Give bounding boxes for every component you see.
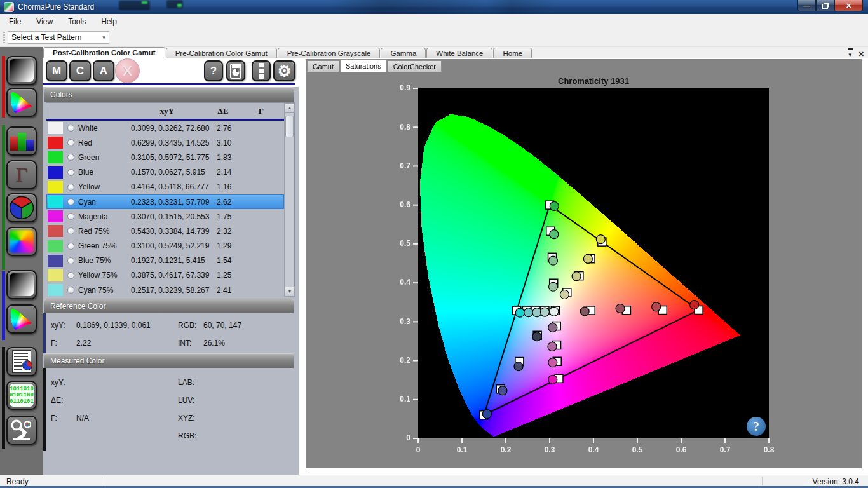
chart-help-button[interactable]: ? — [747, 417, 766, 436]
color-name: Blue — [78, 168, 93, 177]
sidebar-item-grayscale-ramp-pattern-2[interactable] — [6, 270, 37, 299]
measurement-panel: MCA X ? ⚙ Colors — [43, 58, 299, 475]
tab-gamma[interactable]: Gamma — [381, 48, 426, 58]
table-row-red[interactable]: Red0.6299, 0.3435, 14.5253.10 — [46, 135, 284, 150]
tab-pre-calibration-color-gamut[interactable]: Pre-Calibration Color Gamut — [166, 48, 277, 58]
table-row-magenta[interactable]: Magenta0.3070, 0.1515, 20.5531.75 — [46, 209, 284, 224]
table-row-white[interactable]: White0.3099, 0.3262, 72.6802.76 — [46, 121, 284, 135]
table-row-red-75-[interactable]: Red 75%0.5430, 0.3384, 14.7392.32 — [46, 224, 284, 238]
tab-home[interactable]: Home — [493, 48, 532, 58]
color-swatch — [48, 269, 63, 281]
color-swatch — [48, 122, 63, 134]
color-radio[interactable] — [67, 227, 74, 234]
chart-panel: GamutSaturationsColorChecker ? — [299, 58, 868, 475]
color-swatch — [48, 284, 63, 296]
sidebar-item-rgb-levels-pattern[interactable] — [6, 126, 37, 156]
table-row-yellow-75-[interactable]: Yellow 75%0.3875, 0.4617, 67.3391.25 — [46, 268, 284, 283]
color-radio[interactable] — [67, 125, 74, 132]
column-header-xyY[interactable]: xyY — [148, 106, 186, 116]
scrollbar-thumb[interactable] — [285, 116, 294, 137]
sidebar-item-meter[interactable] — [6, 416, 37, 445]
color-xyY-value: 0.3105, 0.5972, 51.775 — [131, 153, 209, 162]
status-bar: Ready Version: 3.0.4 — [0, 475, 868, 488]
color-radio[interactable] — [67, 139, 74, 146]
color-swatch — [48, 255, 63, 267]
color-radio[interactable] — [67, 257, 74, 264]
color-name: Blue 75% — [78, 256, 111, 265]
table-row-green-75-[interactable]: Green 75%0.3100, 0.5249, 52.2191.29 — [46, 239, 284, 254]
color-name: White — [78, 124, 98, 133]
color-dE-value: 1.75 — [217, 212, 231, 221]
table-row-green[interactable]: Green0.3105, 0.5972, 51.7751.83 — [46, 150, 284, 165]
color-radio[interactable] — [67, 169, 74, 176]
cancel-button[interactable]: X — [115, 58, 140, 83]
color-radio[interactable] — [67, 213, 74, 220]
color-swatch — [48, 196, 63, 208]
color-radio[interactable] — [67, 154, 74, 161]
measured-accent-bar — [43, 368, 46, 451]
table-scrollbar[interactable]: ▲ ▼ — [284, 103, 294, 297]
field-value: 26.1% — [203, 339, 225, 348]
color-radio[interactable] — [67, 287, 74, 294]
color-radio[interactable] — [67, 243, 74, 250]
column-header-dE[interactable]: ΔE — [208, 106, 238, 116]
close-button[interactable]: ✕ — [834, 0, 863, 11]
mini-toolbar: MCA X ? ⚙ — [43, 58, 299, 87]
meter-reading-button[interactable] — [226, 60, 245, 81]
subtab-gamut[interactable]: Gamut — [307, 60, 339, 72]
c-mode-button[interactable]: C — [69, 60, 91, 81]
pattern-group-indicator-black — [2, 347, 5, 449]
sidebar-item-grayscale-ramp-pattern[interactable] — [6, 56, 37, 85]
color-name: Green 75% — [78, 241, 117, 250]
color-dE-value: 2.14 — [217, 168, 231, 177]
sidebar-item-gamma-pattern[interactable]: Γ — [6, 160, 37, 189]
color-swatch — [48, 181, 63, 193]
sidebar-item-color-gamut-pattern[interactable] — [6, 88, 37, 117]
table-row-yellow[interactable]: Yellow0.4164, 0.5118, 66.7771.16 — [46, 180, 284, 194]
table-row-cyan-75-[interactable]: Cyan 75%0.2517, 0.3239, 58.2672.41 — [46, 283, 284, 297]
scroll-down-icon: ▼ — [288, 289, 292, 294]
table-row-blue-75-[interactable]: Blue 75%0.1927, 0.1231, 5.4151.54 — [46, 254, 284, 268]
subtab-colorchecker[interactable]: ColorChecker — [388, 60, 442, 72]
toolbar-grip[interactable] — [3, 32, 5, 43]
settings-button[interactable]: ⚙ — [273, 60, 295, 81]
restore-button[interactable] — [816, 0, 834, 11]
sidebar-item-report[interactable] — [6, 347, 37, 376]
subtab-saturations[interactable]: Saturations — [340, 59, 387, 72]
color-radio[interactable] — [67, 198, 74, 205]
color-xyY-value: 0.3100, 0.5249, 52.219 — [131, 241, 209, 250]
color-radio[interactable] — [67, 184, 74, 191]
tab-post-calibration-color-gamut[interactable]: Post-Calibration Color Gamut — [43, 47, 165, 58]
titlebar-reflection — [119, 1, 150, 10]
minimize-button[interactable]: — — [797, 0, 816, 11]
table-row-blue[interactable]: Blue0.1570, 0.0627, 5.9152.14 — [46, 165, 284, 180]
scroll-down-button[interactable]: ▼ — [285, 287, 295, 297]
help-toolbar-button[interactable]: ? — [204, 60, 223, 81]
pattern-sidebar: Γ — [0, 47, 43, 475]
cie-gamut-icon — [10, 91, 34, 114]
sidebar-item-rainbow-pattern[interactable] — [6, 227, 37, 256]
column-header-gamma[interactable]: Γ — [248, 106, 274, 116]
m-mode-button[interactable]: M — [46, 60, 67, 81]
scroll-up-button[interactable]: ▲ — [285, 103, 295, 113]
sidebar-item-color-gamut-pattern-2[interactable] — [6, 304, 37, 334]
tab-pre-calibration-grayscale[interactable]: Pre-Calibration Grayscale — [278, 48, 381, 58]
color-radio[interactable] — [67, 272, 74, 279]
menu-item-help[interactable]: Help — [95, 15, 123, 28]
app-window: ChormaPure Standard — ✕ FileViewToolsHel… — [0, 0, 868, 488]
sidebar-item-binary-data[interactable]: 101101001011000110101 — [6, 381, 37, 410]
status-message: Ready — [6, 477, 29, 486]
menu-item-tools[interactable]: Tools — [62, 15, 92, 28]
test-pattern-dropdown[interactable]: Select a Test Pattern ▾ — [8, 31, 109, 44]
tab-white-balance[interactable]: White Balance — [426, 48, 492, 58]
options-button[interactable] — [252, 60, 271, 81]
chromaticity-chart-canvas — [306, 71, 862, 468]
menu-item-file[interactable]: File — [3, 15, 27, 28]
title-bar[interactable]: ChormaPure Standard — ✕ — [0, 0, 868, 14]
rgb-bars-icon — [10, 130, 34, 152]
sidebar-item-color-wheel-pattern[interactable] — [6, 193, 37, 222]
menu-item-view[interactable]: View — [30, 15, 59, 28]
a-mode-button[interactable]: A — [93, 60, 114, 81]
tab-close-icon[interactable]: ✕ — [858, 50, 864, 58]
table-row-cyan[interactable]: Cyan0.2323, 0.3231, 57.7092.62 — [46, 194, 284, 209]
